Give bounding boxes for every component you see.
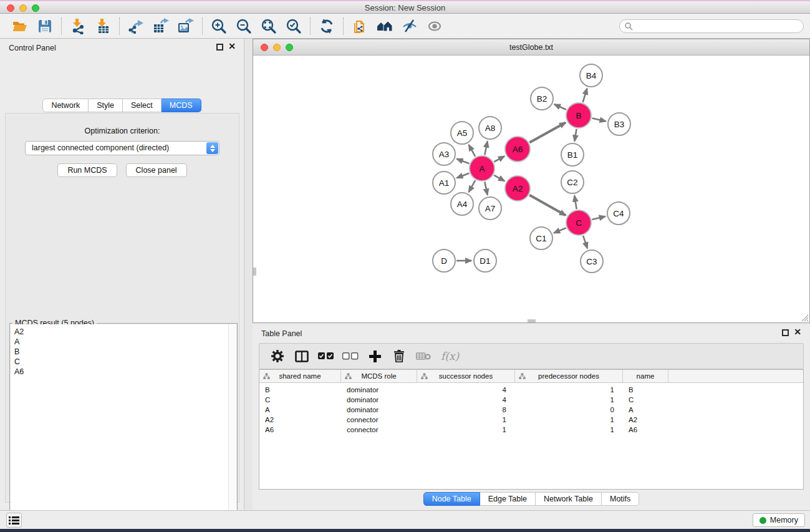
criterion-dropdown[interactable]: largest connected component (directed) [25,141,219,155]
graph-node-B1[interactable]: B1 [561,143,584,166]
table-row[interactable]: A2connector11A2 [259,415,803,425]
graph-node-A2[interactable]: A2 [505,176,530,201]
export-image-icon[interactable] [173,16,198,37]
network-canvas[interactable]: B4B2BB3A8A5A6A3B1AA1C2A2A4A7C4CC1C3DD1 [253,56,809,322]
graph-node-C1[interactable]: C1 [530,227,552,249]
tab-network[interactable]: Network [42,99,89,112]
column-header-name[interactable]: name [623,370,668,382]
graph-node-D[interactable]: D [433,249,455,272]
run-mcds-button[interactable]: Run MCDS [57,163,117,177]
resize-grip-icon[interactable] [800,313,809,322]
import-table-icon[interactable] [90,16,115,37]
mcds-result-item[interactable]: A6 [11,367,228,377]
graph-edge-B-B2[interactable] [554,104,566,110]
add-column-icon[interactable] [367,351,383,362]
graph-node-B4[interactable]: B4 [580,64,602,87]
graph-node-B2[interactable]: B2 [531,87,553,110]
zoom-out-icon[interactable] [231,16,256,37]
export-table-icon[interactable] [148,16,173,37]
float-table-panel-icon[interactable] [782,329,789,336]
column-header-predecessor-nodes[interactable]: predecessor nodes [515,370,623,382]
delete-table-icon[interactable] [415,352,432,360]
save-session-icon[interactable] [32,16,57,37]
settings-gear-icon[interactable] [269,350,286,362]
graph-edge-A-A4[interactable] [469,180,475,192]
tab-select[interactable]: Select [123,99,162,112]
graph-node-C4[interactable]: C4 [607,202,630,225]
mcds-result-item[interactable]: C [11,357,228,367]
function-builder-icon[interactable]: f(x) [441,350,459,362]
mcds-result-item[interactable]: A [11,337,228,347]
zoom-fit-icon[interactable] [256,16,281,37]
graph-edge-A-A3[interactable] [457,159,470,163]
mcds-result-item[interactable]: B [11,347,228,357]
graph-node-B[interactable]: B [566,103,591,128]
tab-mcds[interactable]: MCDS [162,99,201,112]
graph-node-A8[interactable]: A8 [479,117,501,139]
column-header-mcds-role[interactable]: MCDS role [341,370,417,382]
graph-edge-C-C1[interactable] [554,228,566,233]
graph-node-C[interactable]: C [566,210,591,235]
graph-edge-A-A1[interactable] [457,173,470,178]
graph-node-A[interactable]: A [470,156,494,181]
graph-edge-A2-C[interactable] [529,195,566,216]
table-row[interactable]: Adominator80A [259,405,803,415]
close-panel-button[interactable]: Close panel [126,163,187,177]
mcds-result-item[interactable]: A2 [11,327,228,337]
graph-edge-A-A8[interactable] [485,142,487,155]
open-session-icon[interactable] [7,16,32,37]
tab-edge-table[interactable]: Edge Table [480,492,536,506]
graph-edge-A6-B[interactable] [529,123,566,143]
graph-node-A3[interactable]: A3 [433,143,455,165]
graph-node-A6[interactable]: A6 [505,137,530,162]
zoom-selected-icon[interactable] [281,16,306,37]
tab-network-table[interactable]: Network Table [536,492,602,506]
export-network-icon[interactable] [123,16,148,37]
clone-network-icon[interactable] [347,16,372,37]
graph-node-A5[interactable]: A5 [451,122,473,144]
task-history-button[interactable] [6,513,22,528]
graph-edge-B-B4[interactable] [583,89,587,102]
close-panel-icon[interactable]: ✕ [228,41,236,51]
graph-node-D1[interactable]: D1 [474,249,496,272]
deselect-all-rows-icon[interactable] [342,352,359,360]
graph-node-A1[interactable]: A1 [433,172,455,194]
graph-node-B3[interactable]: B3 [608,113,630,135]
tab-node-table[interactable]: Node Table [423,492,480,506]
show-all-icon[interactable] [422,16,447,37]
graph-node-C3[interactable]: C3 [581,250,603,273]
graph-edge-C-C3[interactable] [583,236,587,248]
memory-button[interactable]: Memory [753,513,805,527]
graph-node-A7[interactable]: A7 [479,197,501,220]
first-neighbors-icon[interactable] [372,16,397,37]
zoom-in-icon[interactable] [206,16,231,37]
graph-edge-B-B1[interactable] [574,129,576,142]
select-all-rows-icon[interactable] [318,352,334,360]
tab-motifs[interactable]: Motifs [602,492,639,506]
graph-node-C2[interactable]: C2 [561,171,584,193]
graph-edge-A-A7[interactable] [485,182,487,195]
graph-node-A4[interactable]: A4 [451,193,473,215]
column-header-successor-nodes[interactable]: successor nodes [417,370,515,382]
graph-edge-B-B3[interactable] [592,118,606,122]
network-window-titlebar[interactable]: testGlobe.txt [253,39,809,56]
graph-edge-A-A6[interactable] [494,157,504,162]
tab-style[interactable]: Style [89,99,123,112]
graph-edge-C-C2[interactable] [574,196,576,210]
graph-edge-A-A2[interactable] [494,175,504,181]
float-panel-icon[interactable] [216,44,223,51]
refresh-icon[interactable] [314,16,339,37]
graph-edge-A-A5[interactable] [469,145,475,157]
search-input[interactable] [619,19,804,33]
table-row[interactable]: A6connector11A6 [259,425,803,435]
table-row[interactable]: Cdominator41C [259,395,803,405]
hide-selected-icon[interactable] [397,16,422,37]
close-table-panel-icon[interactable]: ✕ [794,327,801,337]
vertical-scroll-thumb[interactable] [253,268,256,276]
result-scrollbar[interactable] [228,324,236,532]
horizontal-scroll-thumb[interactable] [528,319,536,322]
column-header-shared-name[interactable]: shared name [259,370,341,382]
delete-column-icon[interactable] [391,350,407,362]
column-selector-icon[interactable] [294,351,310,362]
table-row[interactable]: Bdominator41B [259,385,803,395]
